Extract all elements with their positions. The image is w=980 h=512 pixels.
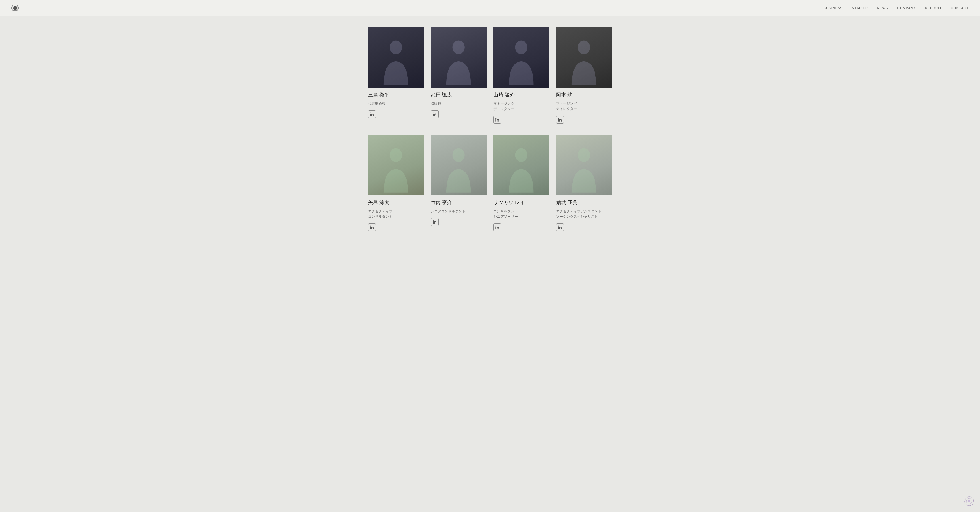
person-silhouette: [443, 144, 474, 196]
nav-news[interactable]: NEWS: [877, 6, 888, 10]
person-silhouette: [380, 144, 411, 196]
svg-rect-10: [495, 119, 496, 122]
person-silhouette: [568, 36, 599, 87]
site-header: BUSINESS MEMBER NEWS COMPANY RECRUIT CON…: [0, 0, 980, 16]
svg-point-8: [433, 113, 434, 113]
svg-point-29: [968, 500, 970, 502]
svg-point-9: [515, 40, 527, 54]
member-name-mishima: 三島 徹平: [368, 92, 424, 98]
svg-point-20: [433, 220, 434, 221]
svg-point-17: [370, 226, 371, 226]
member-photo-okamoto: [556, 27, 612, 87]
member-photo-yajima: [368, 135, 424, 196]
linkedin-button-okamoto[interactable]: [556, 116, 564, 124]
member-card-yajima: 矢島 涼太エグゼクティブ コンサルタント: [368, 135, 424, 231]
member-title-takeda: 取締役: [431, 101, 487, 106]
person-silhouette: [506, 36, 536, 87]
nav-business[interactable]: BUSINESS: [824, 6, 843, 10]
member-card-mishima: 三島 徹平代表取締役: [368, 27, 424, 124]
svg-rect-13: [558, 119, 559, 122]
member-name-okamoto: 岡本 航: [556, 92, 612, 98]
svg-point-24: [578, 148, 590, 162]
member-photo-satsukawa: [493, 135, 549, 196]
svg-rect-7: [433, 114, 434, 116]
nav-contact[interactable]: CONTACT: [951, 6, 969, 10]
member-card-takeda: 武田 颯太取締役: [431, 27, 487, 124]
svg-point-5: [370, 113, 371, 113]
nav-company[interactable]: COMPANY: [897, 6, 916, 10]
linkedin-button-satsukawa[interactable]: [493, 223, 501, 231]
member-title-yajima: エグゼクティブ コンサルタント: [368, 209, 424, 219]
nav-recruit[interactable]: RECRUIT: [925, 6, 942, 10]
svg-point-6: [453, 40, 465, 54]
svg-point-11: [495, 118, 496, 119]
member-photo-takeda: [431, 27, 487, 87]
member-card-okamoto: 岡本 航マネージング ディレクター: [556, 27, 612, 124]
linkedin-button-yuki[interactable]: [556, 223, 564, 231]
member-card-yuki: 結城 亜美エグゼクティブアシスタント・ ソーシングスペシャリスト: [556, 135, 612, 231]
logo-icon: [11, 4, 19, 12]
main-content: 三島 徹平代表取締役 武田 颯太取締役 山崎 駿介マネージング ディレクター 岡…: [363, 16, 617, 248]
member-title-takeuchi: シニアコンサルタント: [431, 209, 487, 214]
linkedin-button-yamazaki[interactable]: [493, 116, 501, 124]
nav-member[interactable]: MEMBER: [852, 6, 868, 10]
svg-point-14: [558, 118, 559, 119]
main-nav: BUSINESS MEMBER NEWS COMPANY RECRUIT CON…: [824, 6, 969, 10]
member-name-takeda: 武田 颯太: [431, 92, 487, 98]
member-name-takeuchi: 竹内 亨介: [431, 199, 487, 206]
svg-rect-25: [558, 227, 559, 229]
svg-point-15: [390, 148, 402, 162]
svg-point-12: [578, 40, 590, 54]
member-title-mishima: 代表取締役: [368, 101, 424, 106]
member-photo-takeuchi: [431, 135, 487, 196]
svg-point-23: [495, 226, 496, 226]
member-title-satsukawa: コンサルタント・ シニアソーサー: [493, 209, 549, 219]
member-card-satsukawa: サツカワ レオコンサルタント・ シニアソーサー: [493, 135, 549, 231]
member-title-yuki: エグゼクティブアシスタント・ ソーシングスペシャリスト: [556, 209, 612, 219]
member-name-satsukawa: サツカワ レオ: [493, 199, 549, 206]
svg-rect-16: [370, 227, 371, 229]
member-card-yamazaki: 山崎 駿介マネージング ディレクター: [493, 27, 549, 124]
member-name-yamazaki: 山崎 駿介: [493, 92, 549, 98]
person-silhouette: [443, 36, 474, 87]
svg-point-26: [558, 226, 559, 226]
member-name-yuki: 結城 亜美: [556, 199, 612, 206]
logo-link[interactable]: [11, 4, 22, 12]
linkedin-button-takeuchi[interactable]: [431, 218, 439, 226]
member-photo-yuki: [556, 135, 612, 196]
person-silhouette: [506, 144, 536, 196]
svg-point-3: [390, 40, 402, 54]
member-title-okamoto: マネージング ディレクター: [556, 101, 612, 112]
member-card-takeuchi: 竹内 亨介シニアコンサルタント: [431, 135, 487, 231]
member-title-yamazaki: マネージング ディレクター: [493, 101, 549, 112]
person-silhouette: [568, 144, 599, 196]
member-photo-yamazaki: [493, 27, 549, 87]
decorative-bottom-icon: [964, 496, 974, 506]
member-photo-mishima: [368, 27, 424, 87]
svg-rect-19: [433, 221, 434, 224]
svg-rect-4: [370, 114, 371, 116]
svg-point-21: [515, 148, 527, 162]
svg-rect-22: [495, 227, 496, 229]
member-grid: 三島 徹平代表取締役 武田 颯太取締役 山崎 駿介マネージング ディレクター 岡…: [368, 27, 612, 231]
member-name-yajima: 矢島 涼太: [368, 199, 424, 206]
linkedin-button-mishima[interactable]: [368, 110, 376, 118]
svg-point-18: [453, 148, 465, 162]
linkedin-button-yajima[interactable]: [368, 223, 376, 231]
person-silhouette: [380, 36, 411, 87]
linkedin-button-takeda[interactable]: [431, 110, 439, 118]
